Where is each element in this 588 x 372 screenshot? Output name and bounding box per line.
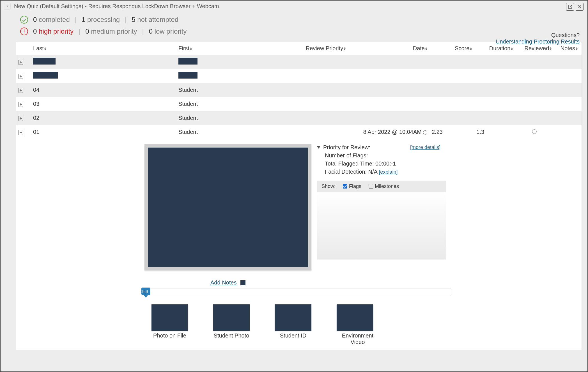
col-review-priority[interactable]: Review Priority <box>299 42 351 55</box>
collapse-panel-button[interactable] <box>4 3 11 10</box>
sort-icon <box>190 45 192 52</box>
sort-icon <box>511 45 513 52</box>
facial-label: Facial Detection: <box>325 169 367 175</box>
reviewed-toggle[interactable] <box>532 129 537 134</box>
alert-circle-icon <box>20 27 28 35</box>
help-question: Questions? <box>496 32 580 38</box>
redacted-last <box>33 72 58 79</box>
high-prio-label: high priority <box>39 27 74 35</box>
cell-score: 2.23 <box>429 125 474 139</box>
cell-last: 02 <box>31 111 176 125</box>
milestones-checkbox[interactable] <box>369 184 373 189</box>
sort-icon <box>44 45 46 52</box>
close-button[interactable] <box>576 3 584 11</box>
page-title: New Quiz (Default Settings) - Requires R… <box>14 3 219 10</box>
cell-last: 04 <box>31 83 176 97</box>
understanding-results-link[interactable]: Understanding Proctoring Results <box>496 38 580 45</box>
redacted-last <box>33 58 56 65</box>
thumb-environment-video[interactable]: Environment Video <box>337 304 379 345</box>
expand-row-button[interactable] <box>18 116 23 121</box>
redacted-first <box>178 58 197 65</box>
cell-first: Student <box>176 125 299 139</box>
flagged-time-label: Total Flagged Time: <box>325 160 374 167</box>
external-link-icon <box>568 4 572 9</box>
cell-last: 01 <box>31 125 176 139</box>
priority-label: Priority for Review: <box>323 144 370 151</box>
thumb-student-id[interactable]: Student ID <box>275 304 311 345</box>
timeline-cursor[interactable] <box>141 288 150 295</box>
sort-icon <box>425 45 427 52</box>
med-prio-count: 0 <box>85 27 89 35</box>
sort-icon <box>550 45 552 52</box>
completed-count: 0 <box>33 16 37 23</box>
processing-label: processing <box>87 16 120 23</box>
med-prio-label: medium priority <box>91 27 137 35</box>
collapse-details-button[interactable] <box>317 146 320 149</box>
flags-label: Number of Flags: <box>325 152 446 159</box>
facial-value: N/A <box>368 169 377 175</box>
not-attempted-label: not attempted <box>137 16 178 23</box>
sort-icon <box>576 45 578 52</box>
timeline-scrubber[interactable] <box>144 288 451 296</box>
flagged-time-value: 00:00:-1 <box>375 160 396 167</box>
low-prio-count: 0 <box>149 27 153 35</box>
notes-icon <box>240 280 245 285</box>
processing-count: 1 <box>82 16 85 23</box>
table-row[interactable] <box>16 69 582 83</box>
col-first[interactable]: First <box>176 42 299 55</box>
table-row[interactable]: 04 Student <box>16 83 582 97</box>
cell-first: Student <box>176 83 299 97</box>
expand-row-button[interactable] <box>18 74 23 79</box>
more-details-link[interactable]: [more details] <box>410 144 446 150</box>
col-date[interactable]: Date <box>351 42 429 55</box>
table-row[interactable] <box>16 55 582 69</box>
table-row[interactable]: 01 Student 8 Apr 2022 @ 10:04AM 2.23 1.3 <box>16 125 582 139</box>
explain-link[interactable]: [explain] <box>379 169 398 175</box>
milestones-checkbox-label[interactable]: Milestones <box>369 183 399 189</box>
col-score[interactable]: Score <box>429 42 474 55</box>
thumb-student-photo[interactable]: Student Photo <box>213 304 250 345</box>
open-external-button[interactable] <box>566 3 574 11</box>
cell-first: Student <box>176 111 299 125</box>
thumb-photo-on-file[interactable]: Photo on File <box>151 304 188 345</box>
collapse-row-button[interactable] <box>18 130 23 135</box>
table-row[interactable]: 02 Student <box>16 111 582 125</box>
expand-row-button[interactable] <box>18 88 23 93</box>
not-attempted-count: 5 <box>132 16 135 23</box>
show-label: Show: <box>321 183 336 189</box>
high-prio-count: 0 <box>33 27 37 35</box>
cell-last: 03 <box>31 97 176 111</box>
flags-checkbox[interactable] <box>343 184 347 189</box>
cell-date: 8 Apr 2022 @ 10:04AM <box>363 129 422 135</box>
close-icon <box>578 5 582 9</box>
sort-icon <box>470 45 472 52</box>
expand-row-button[interactable] <box>18 102 23 107</box>
redacted-first <box>178 72 197 79</box>
chevron-down-icon <box>5 4 9 8</box>
add-notes-link[interactable]: Add Notes <box>210 279 236 286</box>
detail-row: Priority for Review: [more details] Numb… <box>16 139 582 350</box>
col-last[interactable]: Last <box>31 42 176 55</box>
check-circle-icon <box>20 16 28 24</box>
cell-duration: 1.3 <box>474 125 515 139</box>
loading-spinner-icon <box>423 130 427 135</box>
sort-icon <box>344 45 346 52</box>
low-prio-label: low priority <box>155 27 187 35</box>
expand-row-button[interactable] <box>18 60 23 65</box>
cell-first: Student <box>176 97 299 111</box>
table-row[interactable]: 03 Student <box>16 97 582 111</box>
video-preview[interactable] <box>144 144 311 270</box>
flags-checkbox-label[interactable]: Flags <box>343 183 361 189</box>
completed-label: completed <box>39 16 70 23</box>
